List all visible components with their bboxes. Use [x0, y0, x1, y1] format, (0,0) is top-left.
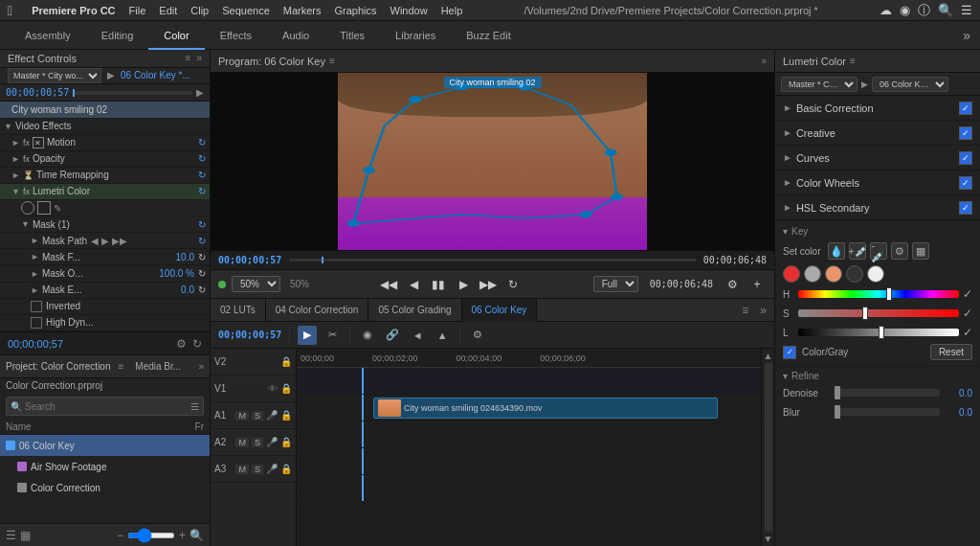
swatch-red[interactable]	[783, 265, 800, 283]
ec-source-dropdown[interactable]: Master * City wo...	[8, 68, 101, 83]
h-checkmark[interactable]: ✓	[963, 287, 972, 301]
ec-mask-reset[interactable]: ↻	[198, 219, 206, 230]
play-btn[interactable]: ▶	[454, 275, 473, 294]
color-gray-checkbox[interactable]: ✓	[783, 346, 796, 359]
monitor-expand[interactable]: »	[761, 56, 767, 66]
color-wheels-enable[interactable]: ✓	[959, 176, 972, 190]
swatch-gray[interactable]	[804, 265, 821, 283]
ec-mask-opacity-row[interactable]: ► Mask O... 100.0 % ↻	[0, 265, 210, 282]
timeline-tab-05grading[interactable]: 05 Color Grading	[368, 299, 461, 322]
track-a2-lock[interactable]: 🔒	[280, 437, 292, 447]
l-checkmark[interactable]: ✓	[963, 326, 972, 339]
lumetri-basic-correction[interactable]: ► Basic Correction ✓	[775, 96, 980, 121]
denoise-slider[interactable]	[835, 389, 940, 397]
ec-arrow-icon[interactable]: ↻	[192, 337, 202, 351]
track-a3-s-btn[interactable]: S	[252, 465, 263, 474]
slider-icon[interactable]: −	[117, 529, 123, 542]
workspace-tab-effects[interactable]: Effects	[205, 21, 267, 50]
track-v2-lock[interactable]: 🔒	[280, 356, 292, 367]
project-item-colorcorrection[interactable]: Color Correction	[0, 477, 210, 498]
ec-mask-feather-row[interactable]: ► Mask F... 10.0 ↻	[0, 249, 210, 265]
s-slider[interactable]	[798, 309, 959, 317]
track-v1-lock[interactable]: 🔒	[280, 383, 292, 394]
new-item-icon[interactable]: +	[179, 529, 186, 542]
ec-time-remap-row[interactable]: ► ⏳ Time Remapping ↻	[0, 168, 210, 184]
ec-mask-row[interactable]: ▼ Mask (1) ↻	[0, 216, 210, 233]
basic-correction-enable[interactable]: ✓	[959, 102, 972, 115]
select-tool-btn[interactable]: ▶	[298, 326, 317, 345]
step-back-btn[interactable]: ◀◀	[379, 275, 398, 294]
hsl-secondary-enable[interactable]: ✓	[959, 201, 972, 215]
workspace-tab-editing[interactable]: Editing	[86, 21, 149, 50]
project-panel-expand[interactable]: »	[198, 361, 204, 372]
blur-slider[interactable]	[835, 408, 940, 416]
project-search-bar[interactable]: 🔍 ☰	[6, 397, 204, 416]
zoom-slider[interactable]	[127, 533, 175, 538]
prev-frame-btn[interactable]: ◀	[404, 275, 423, 294]
swatch-skin[interactable]	[825, 265, 842, 283]
lift-btn[interactable]: ▲	[433, 326, 452, 345]
ec-motion-row[interactable]: ► fx ✕ Motion ↻	[0, 135, 210, 151]
ec-mask-opacity-reset[interactable]: ↻	[198, 268, 206, 279]
panel-expand-icon[interactable]: »	[196, 53, 202, 63]
settings-tool-btn[interactable]: ⚙	[468, 326, 487, 345]
menu-graphics[interactable]: Graphics	[335, 5, 377, 16]
ec-lumetri-reset[interactable]: ↻	[198, 186, 206, 196]
eyedropper-extra2-btn[interactable]: ▦	[912, 242, 929, 260]
workspace-tab-titles[interactable]: Titles	[324, 21, 380, 50]
curves-enable[interactable]: ✓	[959, 151, 972, 165]
ec-mask-expand-reset[interactable]: ↻	[198, 284, 206, 295]
ec-lumetri-row[interactable]: ▼ fx Lumetri Color ↻	[0, 184, 210, 200]
workspace-tab-buzzedit[interactable]: Buzz Edit	[451, 21, 525, 50]
h-slider[interactable]	[798, 290, 959, 298]
timeline-tab-06colorkey[interactable]: 06 Color Key	[462, 299, 538, 322]
ec-opacity-reset[interactable]: ↻	[198, 153, 206, 164]
track-a3-m-btn[interactable]: M	[235, 465, 249, 474]
workspace-tab-libraries[interactable]: Libraries	[380, 21, 451, 50]
menu-help[interactable]: Help	[441, 5, 463, 16]
swatch-white[interactable]	[867, 265, 884, 283]
zoom-dropdown[interactable]: 50%	[232, 276, 280, 292]
track-a1-s-btn[interactable]: S	[252, 411, 263, 421]
timeline-tab-02luts[interactable]: 02 LUTs	[211, 299, 266, 322]
track-a1-m-btn[interactable]: M	[235, 411, 249, 421]
razor-tool-btn[interactable]: ✂	[323, 326, 342, 345]
add-btn[interactable]: +	[747, 275, 767, 294]
ec-mask-path-row[interactable]: ► Mask Path ◀ ▶ ▶▶ ↻	[0, 233, 210, 249]
creative-enable[interactable]: ✓	[959, 126, 972, 140]
lumetri-clip-dropdown[interactable]: 06 Color Key * Cl...	[872, 77, 948, 92]
menu-sequence[interactable]: Sequence	[222, 5, 270, 16]
icon-view-icon[interactable]: ▦	[20, 529, 31, 542]
ec-mask-path-reset[interactable]: ↻	[198, 236, 206, 246]
ec-video-effects-header[interactable]: ▼ Video Effects	[0, 119, 210, 135]
search-filter-icon[interactable]: ☰	[190, 401, 199, 412]
project-search-input[interactable]	[25, 401, 187, 412]
timeline-more-icon[interactable]: ≡	[734, 304, 756, 317]
stop-btn[interactable]: ▮▮	[429, 275, 448, 294]
loop-btn[interactable]: ↻	[503, 275, 523, 294]
eyedropper-btn[interactable]: 💧	[828, 242, 845, 260]
workspace-tab-color[interactable]: Color	[148, 21, 204, 50]
ec-rect-tool[interactable]	[37, 201, 51, 215]
monitor-progress-bar[interactable]	[289, 259, 696, 262]
next-frame-btn[interactable]: ▶▶	[479, 275, 498, 294]
ec-ellipse-tool[interactable]	[21, 201, 34, 215]
workspace-tab-audio[interactable]: Audio	[267, 21, 324, 50]
project-item-colorkey[interactable]: 06 Color Key	[0, 435, 210, 456]
s-checkmark[interactable]: ✓	[963, 307, 972, 320]
lumetri-source-dropdown[interactable]: Master * City wom...	[781, 77, 858, 92]
lumetri-hsl-secondary[interactable]: ► HSL Secondary ✓	[775, 195, 980, 220]
track-a2-s-btn[interactable]: S	[252, 438, 263, 447]
swatch-dark[interactable]	[846, 265, 863, 283]
menu-edit[interactable]: Edit	[159, 5, 177, 16]
ec-highdyn-check[interactable]	[31, 317, 42, 329]
snap-btn[interactable]: ◉	[358, 326, 377, 345]
ec-pen-tool[interactable]: ✎	[54, 203, 61, 214]
track-a2-m-btn[interactable]: M	[235, 438, 249, 447]
project-media-browser-tab[interactable]: Media Br...	[135, 361, 181, 372]
ec-timebar[interactable]	[73, 91, 192, 95]
reset-button[interactable]: Reset	[930, 344, 972, 360]
ec-mask-feather-reset[interactable]: ↻	[198, 252, 206, 262]
ec-inverted-check[interactable]	[31, 301, 42, 312]
panel-menu-icon[interactable]: ≡	[186, 53, 191, 63]
